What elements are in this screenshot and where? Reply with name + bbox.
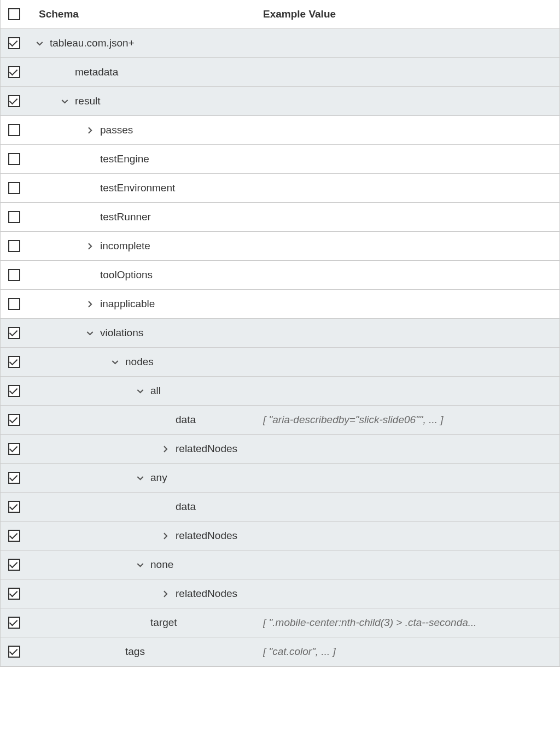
table-row: none: [1, 551, 559, 579]
schema-label: incomplete: [100, 240, 150, 252]
schema-cell: relatedNodes: [28, 588, 263, 600]
checkbox-cell: [1, 443, 28, 455]
row-checkbox[interactable]: [8, 240, 20, 252]
checkbox-cell: [1, 588, 28, 600]
checkbox-cell: [1, 356, 28, 368]
chevron-down-icon[interactable]: [134, 561, 146, 569]
checkbox-cell: [1, 269, 28, 281]
schema-label: result: [75, 95, 100, 107]
row-checkbox[interactable]: [8, 37, 20, 49]
chevron-down-icon[interactable]: [33, 40, 45, 47]
checkbox-cell: [1, 211, 28, 223]
table-row: passes: [1, 116, 559, 145]
schema-cell: tags: [28, 646, 263, 658]
row-checkbox[interactable]: [8, 530, 20, 542]
example-cell: [ "cat.color", ... ]: [263, 646, 559, 658]
row-checkbox[interactable]: [8, 211, 20, 223]
table-row: testEngine: [1, 145, 559, 174]
checkbox-cell: [1, 153, 28, 165]
schema-cell: testEnvironment: [28, 182, 263, 194]
chevron-right-icon[interactable]: [159, 446, 171, 453]
table-row: tableau.com.json+: [1, 29, 559, 58]
checkbox-cell: [1, 124, 28, 136]
chevron-right-icon[interactable]: [159, 532, 171, 540]
table-row: tags[ "cat.color", ... ]: [1, 637, 559, 666]
table-row: toolOptions: [1, 261, 559, 290]
header-example-label: Example Value: [263, 8, 336, 20]
schema-cell: data: [28, 414, 263, 426]
row-checkbox[interactable]: [8, 414, 20, 426]
chevron-down-icon[interactable]: [84, 330, 96, 337]
row-checkbox[interactable]: [8, 588, 20, 600]
schema-table: Schema Example Value tableau.com.json+me…: [0, 0, 560, 667]
rows-container: tableau.com.json+metadataresultpassestes…: [1, 29, 559, 666]
row-checkbox[interactable]: [8, 443, 20, 455]
row-checkbox[interactable]: [8, 385, 20, 397]
chevron-down-icon[interactable]: [109, 359, 121, 366]
schema-label: testEngine: [100, 153, 149, 165]
checkbox-cell: [1, 240, 28, 252]
chevron-down-icon[interactable]: [134, 388, 146, 395]
table-row: nodes: [1, 348, 559, 377]
chevron-right-icon[interactable]: [84, 127, 96, 134]
chevron-down-icon[interactable]: [134, 475, 146, 482]
row-checkbox[interactable]: [8, 95, 20, 107]
example-cell: [ ".mobile-center:nth-child(3) > .cta--s…: [263, 617, 559, 629]
checkbox-cell: [1, 501, 28, 513]
table-row: relatedNodes: [1, 435, 559, 464]
select-all-checkbox[interactable]: [8, 8, 20, 20]
schema-label: relatedNodes: [176, 588, 237, 600]
table-row: violations: [1, 319, 559, 348]
row-checkbox[interactable]: [8, 646, 20, 658]
schema-cell: violations: [28, 327, 263, 339]
table-row: metadata: [1, 58, 559, 87]
row-checkbox[interactable]: [8, 153, 20, 165]
schema-label: data: [176, 501, 196, 513]
row-checkbox[interactable]: [8, 559, 20, 571]
row-checkbox[interactable]: [8, 472, 20, 484]
row-checkbox[interactable]: [8, 327, 20, 339]
schema-label: testEnvironment: [100, 182, 175, 194]
chevron-right-icon[interactable]: [159, 590, 171, 598]
row-checkbox[interactable]: [8, 356, 20, 368]
checkbox-cell: [1, 95, 28, 107]
schema-label: any: [150, 472, 167, 484]
header-row: Schema Example Value: [1, 0, 559, 29]
example-value: [ "cat.color", ... ]: [263, 646, 336, 657]
row-checkbox[interactable]: [8, 182, 20, 194]
schema-label: testRunner: [100, 211, 151, 223]
table-row: any: [1, 464, 559, 493]
schema-label: inapplicable: [100, 298, 155, 310]
example-value: [ ".mobile-center:nth-child(3) > .cta--s…: [263, 617, 477, 628]
table-row: relatedNodes: [1, 579, 559, 608]
schema-label: tags: [125, 646, 145, 658]
checkbox-cell: [1, 182, 28, 194]
table-row: data: [1, 493, 559, 522]
schema-cell: testRunner: [28, 211, 263, 223]
row-checkbox[interactable]: [8, 501, 20, 513]
table-row: testEnvironment: [1, 174, 559, 203]
row-checkbox[interactable]: [8, 269, 20, 281]
schema-label: toolOptions: [100, 269, 153, 281]
schema-label: relatedNodes: [176, 530, 237, 542]
schema-cell: result: [28, 95, 263, 107]
schema-cell: incomplete: [28, 240, 263, 252]
schema-cell: all: [28, 385, 263, 397]
chevron-down-icon[interactable]: [59, 98, 71, 105]
example-value: [ "aria-describedby="slick-slide06"", ..…: [263, 414, 444, 425]
schema-label: relatedNodes: [176, 443, 237, 455]
row-checkbox[interactable]: [8, 617, 20, 629]
schema-cell: nodes: [28, 356, 263, 368]
table-row: incomplete: [1, 232, 559, 261]
schema-cell: tableau.com.json+: [28, 37, 263, 49]
row-checkbox[interactable]: [8, 66, 20, 78]
schema-label: nodes: [125, 356, 154, 368]
schema-label: all: [150, 385, 161, 397]
row-checkbox[interactable]: [8, 124, 20, 136]
schema-cell: inapplicable: [28, 298, 263, 310]
chevron-right-icon[interactable]: [84, 243, 96, 250]
row-checkbox[interactable]: [8, 298, 20, 310]
table-row: all: [1, 377, 559, 406]
schema-cell: toolOptions: [28, 269, 263, 281]
chevron-right-icon[interactable]: [84, 301, 96, 308]
